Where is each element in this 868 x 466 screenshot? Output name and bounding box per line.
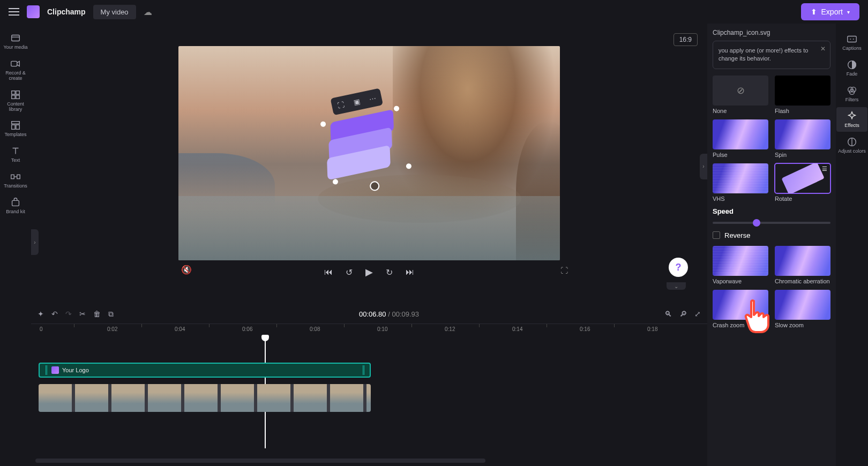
- effect-label: Spin: [775, 152, 830, 158]
- ruler-tick: 0:10: [377, 326, 387, 332]
- ruler-mark: [141, 324, 142, 327]
- svg-rect-7: [12, 125, 15, 130]
- effect-crash-zoom[interactable]: Crash zoom: [713, 290, 768, 328]
- nav-effects[interactable]: Effects: [836, 107, 867, 132]
- tracks-container: Your Logo: [31, 336, 707, 414]
- tip-close-button[interactable]: ✕: [820, 44, 826, 54]
- nav-label: Transitions: [4, 184, 27, 189]
- nav-your-media[interactable]: Your media: [0, 29, 31, 54]
- nav-adjust-colors[interactable]: Adjust colors: [836, 133, 867, 157]
- effect-label: VHS: [713, 196, 768, 202]
- zoom-in-button[interactable]: 🔎︎: [679, 310, 687, 318]
- panel-title: Clipchamp_icon.svg: [707, 29, 836, 41]
- effect-none[interactable]: ⊘None: [713, 76, 768, 114]
- nav-label: Your media: [3, 45, 27, 50]
- nav-label: Filters: [845, 97, 859, 103]
- export-label: Export: [821, 7, 843, 16]
- track-video[interactable]: [39, 384, 707, 414]
- fullscreen-button[interactable]: ⛶: [560, 266, 568, 275]
- effect-flash[interactable]: Flash: [775, 76, 830, 114]
- play-button[interactable]: ▶: [365, 266, 373, 278]
- zoom-out-button[interactable]: 🔍︎: [664, 310, 672, 318]
- delete-button[interactable]: 🗑: [93, 310, 101, 318]
- canvas-area: 16:9 ⛶ ▣ ⋯ 🔇 ⏮ ↺ ▶ ↻: [31, 24, 707, 283]
- right-sidebar: Captions Fade Filters Effects Adjust col…: [836, 24, 868, 466]
- ruler-tick: 0:16: [580, 326, 590, 332]
- aspect-ratio-button[interactable]: 16:9: [674, 33, 698, 46]
- duplicate-button[interactable]: ⧉: [108, 310, 114, 319]
- ruler-mark: [209, 324, 209, 327]
- nav-templates[interactable]: Templates: [0, 116, 31, 141]
- upload-icon: ⬆: [811, 7, 817, 16]
- nav-fade[interactable]: Fade: [836, 56, 867, 80]
- split-button[interactable]: ✂: [79, 310, 86, 318]
- collapse-right-panel[interactable]: ›: [700, 154, 707, 179]
- effect-vaporwave[interactable]: Vaporwave: [713, 246, 768, 284]
- clip-grip-right[interactable]: [362, 365, 364, 375]
- export-button[interactable]: ⬆ Export ▾: [801, 3, 859, 20]
- time-sep: /: [386, 310, 392, 318]
- project-tab[interactable]: My video: [93, 5, 136, 19]
- zoom-fit-button[interactable]: ⤢: [694, 310, 701, 318]
- effect-label: Crash zoom: [713, 322, 768, 328]
- clip-logo[interactable]: Your Logo: [39, 363, 371, 378]
- svg-rect-10: [17, 175, 20, 179]
- rewind-button[interactable]: ↺: [346, 267, 353, 277]
- nav-content-library[interactable]: Content library: [0, 86, 31, 116]
- svg-rect-4: [12, 95, 15, 99]
- sliders-icon[interactable]: ☰: [822, 166, 827, 172]
- clip-grip-left[interactable]: [45, 365, 47, 375]
- video-preview[interactable]: ⛶ ▣ ⋯: [178, 46, 560, 260]
- effect-rotate[interactable]: ☰Rotate: [775, 163, 830, 202]
- speed-slider[interactable]: [713, 222, 830, 224]
- svg-rect-0: [12, 35, 20, 41]
- timeline[interactable]: 0 0:02 0:04 0:06 0:08 0:10 0:12 0:14 0:1…: [31, 324, 707, 466]
- nav-brand-kit[interactable]: Brand kit: [0, 193, 31, 218]
- effect-vhs[interactable]: VHS: [713, 163, 768, 202]
- effect-pulse[interactable]: Pulse: [713, 119, 768, 158]
- effect-label: Pulse: [713, 152, 768, 158]
- nav-captions[interactable]: Captions: [836, 30, 867, 55]
- svg-rect-5: [16, 95, 19, 99]
- timeline-ruler[interactable]: 0 0:02 0:04 0:06 0:08 0:10 0:12 0:14 0:1…: [31, 324, 707, 336]
- next-button[interactable]: ⏭: [406, 267, 414, 277]
- time-display: 00:06.80 / 00:09.93: [121, 310, 657, 318]
- ruler-tick: 0:18: [647, 326, 657, 332]
- nav-text[interactable]: Text: [0, 142, 31, 167]
- nav-transitions[interactable]: Transitions: [0, 168, 31, 192]
- effect-spin[interactable]: Spin: [775, 119, 830, 158]
- time-total: 00:09.93: [392, 310, 419, 318]
- speed-slider-thumb[interactable]: [753, 219, 760, 227]
- reverse-checkbox[interactable]: [713, 231, 720, 239]
- ruler-mark: [411, 324, 412, 327]
- effect-label: Vaporwave: [713, 278, 768, 284]
- effect-slow-zoom[interactable]: Slow zoom: [775, 290, 830, 328]
- reverse-label: Reverse: [724, 231, 750, 239]
- effect-label: Slow zoom: [775, 322, 830, 328]
- track-overlay[interactable]: Your Logo: [39, 363, 707, 382]
- collapse-preview[interactable]: ⌄: [667, 282, 686, 290]
- redo-button[interactable]: ↷: [65, 310, 72, 318]
- more-button[interactable]: ⋯: [363, 89, 382, 108]
- ruler-tick: 0: [40, 326, 43, 332]
- help-button[interactable]: ?: [669, 258, 688, 277]
- prev-button[interactable]: ⏮: [324, 267, 333, 277]
- speaker-off-icon[interactable]: 🔇: [181, 265, 192, 275]
- effect-chromatic[interactable]: Chromatic aberration: [775, 246, 830, 284]
- clip-video[interactable]: [39, 384, 371, 412]
- nav-label: Adjust colors: [838, 149, 866, 154]
- nav-label: Fade: [847, 72, 858, 77]
- nav-record-create[interactable]: Record & create: [0, 55, 31, 85]
- svg-rect-8: [16, 125, 19, 130]
- menu-button[interactable]: [9, 8, 19, 16]
- svg-rect-12: [848, 36, 857, 42]
- nav-filters[interactable]: Filters: [836, 81, 867, 106]
- forward-button[interactable]: ↻: [386, 267, 393, 277]
- svg-rect-1: [11, 61, 17, 66]
- chevron-down-icon: ▾: [847, 9, 850, 15]
- bg-water: [178, 196, 560, 260]
- ruler-tick: 0:04: [175, 326, 185, 332]
- magic-button[interactable]: ✦: [38, 310, 44, 318]
- horizontal-scrollbar[interactable]: [35, 459, 485, 463]
- undo-button[interactable]: ↶: [51, 310, 58, 318]
